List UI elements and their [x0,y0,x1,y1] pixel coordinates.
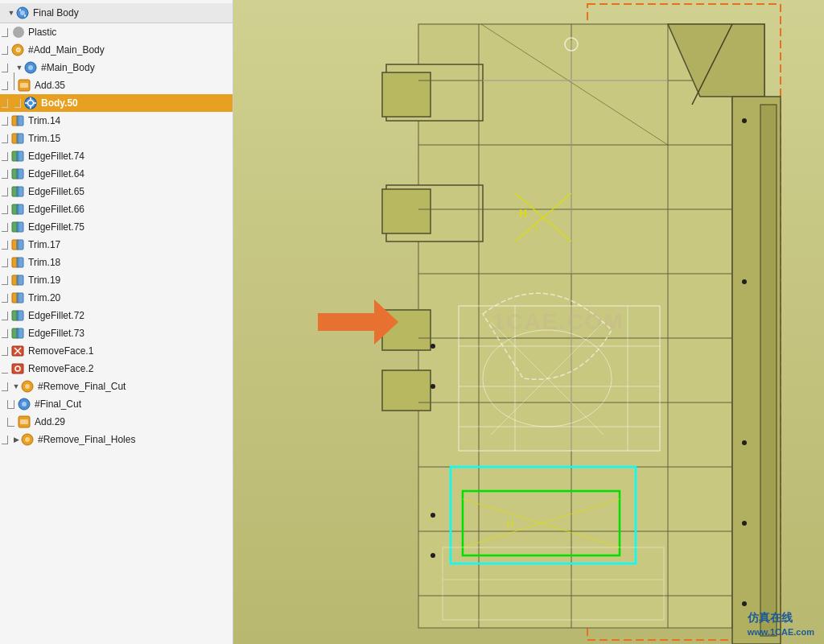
remove-final-cut-icon [21,379,35,394]
plastic-icon [11,25,26,39]
svg-point-109 [742,521,747,526]
final-cut-icon [18,397,32,411]
edgefillet72-label: EdgeFillet.72 [28,310,84,321]
plastic-label: Plastic [28,27,56,38]
edgefillet74-icon [11,149,26,163]
expand-icon[interactable]: ▼ [6,8,16,18]
trim19-label: Trim.19 [28,275,60,286]
svg-rect-29 [17,222,23,232]
svg-point-102 [431,344,435,349]
svg-rect-21 [17,151,23,161]
add29-icon [18,415,32,429]
feature-tree-panel: ▼ Final Body Plastic [0,0,233,644]
svg-rect-39 [17,311,23,320]
edgefillet73-label: EdgeFillet.73 [28,328,84,339]
remove-final-holes-label: #Remove_Final_Holes [38,434,135,445]
tree-item-remove-final-cut[interactable]: ▼ #Remove_Final_Cut [0,378,233,395]
tree-item-edgefillet64[interactable]: EdgeFillet.64 [0,165,233,183]
tree-item-remove-final-holes[interactable]: ▶ #Remove_Final_Holes [0,431,233,448]
svg-rect-81 [760,105,777,636]
svg-rect-27 [17,204,23,214]
add35-icon [18,78,32,93]
svg-text:⚙: ⚙ [14,47,20,54]
tree-item-edgefillet65[interactable]: EdgeFillet.65 [0,183,233,200]
svg-rect-2 [19,9,21,11]
edgefillet64-label: EdgeFillet.64 [28,168,84,180]
tree-item-main-body[interactable]: ▼ #Main_Body [0,59,233,76]
svg-rect-61 [382,189,431,233]
remove-final-holes-expand[interactable]: ▶ [11,435,21,444]
svg-rect-25 [17,187,23,196]
removeface1-label: RemoveFace.1 [28,345,93,357]
tree-item-add-main-body[interactable]: ⚙ #Add_Main_Body [0,41,233,59]
tree-item-edgefillet75[interactable]: EdgeFillet.75 [0,218,233,236]
svg-point-105 [431,553,435,558]
svg-point-50 [22,402,27,407]
remove-final-cut-label: #Remove_Final_Cut [38,381,126,392]
tree-item-removeface2[interactable]: RemoveFace.2 [0,360,233,378]
add29-label: Add.29 [35,416,65,427]
tree-item-plastic[interactable]: Plastic [0,23,233,41]
trim20-label: Trim.20 [28,292,60,303]
trim17-label: Trim.17 [28,239,60,250]
svg-point-54 [25,437,30,442]
trim14-icon [11,114,26,128]
tree-item-trim18[interactable]: Trim.18 [0,254,233,271]
tree-item-edgefillet66[interactable]: EdgeFillet.66 [0,200,233,218]
removeface2-label: RemoveFace.2 [28,363,93,374]
svg-point-106 [742,118,747,123]
tree-item-trim19[interactable]: Trim.19 [0,271,233,289]
tree-item-trim14[interactable]: Trim.14 [0,112,233,130]
trim20-icon [11,291,26,305]
tree-item-trim15[interactable]: Trim.15 [0,130,233,147]
removeface2-icon [11,361,26,376]
main-body-expand[interactable]: ▼ [14,63,24,72]
watermark-brand: 仿真在线 www.1CAE.com [748,611,814,638]
svg-point-108 [742,440,747,445]
tree-item-edgefillet72[interactable]: EdgeFillet.72 [0,307,233,324]
svg-rect-45 [12,364,23,374]
add35-label: Add.35 [35,80,65,91]
tree-root-item[interactable]: ▼ Final Body [0,3,233,23]
svg-rect-31 [17,240,23,250]
tree-item-final-cut[interactable]: #Final_Cut [0,395,233,413]
tree-item-edgefillet74[interactable]: EdgeFillet.74 [0,147,233,165]
edgefillet74-label: EdgeFillet.74 [28,151,84,162]
main-body-label: #Main_Body [41,62,95,73]
direction-arrow [318,302,398,342]
body50-icon [24,96,39,110]
tree-root: ▼ Final Body Plastic [0,0,233,452]
tree-item-add35[interactable]: Add.35 [0,76,233,94]
tree-item-body50[interactable]: Body.50 [0,94,233,112]
svg-point-110 [742,601,747,606]
remove-final-holes-icon [21,432,35,447]
svg-point-1 [20,10,25,15]
remove-final-cut-expand[interactable]: ▼ [11,382,21,391]
svg-text:H: H [507,518,514,530]
edgefillet64-icon [11,167,26,181]
svg-rect-23 [17,169,23,179]
tree-item-trim17[interactable]: Trim.17 [0,236,233,254]
trim15-label: Trim.15 [28,133,60,144]
brand-chinese: 仿真在线 [748,611,793,624]
svg-rect-9 [20,83,28,88]
brand-url: www.1CAE.com [748,627,814,637]
edgefillet75-label: EdgeFillet.75 [28,221,84,233]
svg-point-107 [742,279,747,284]
cad-viewport-panel[interactable]: H I H 1CAE.COM 仿真在线 [233,0,824,644]
svg-rect-63 [382,370,431,411]
edgefillet65-icon [11,184,26,199]
trim17-icon [11,237,26,252]
trim19-icon [11,273,26,287]
tree-item-add29[interactable]: Add.29 [0,413,233,431]
svg-point-103 [431,384,435,389]
trim18-label: Trim.18 [28,257,60,268]
svg-point-104 [431,513,435,518]
svg-rect-17 [17,116,23,126]
edgefillet72-icon [11,308,26,323]
tree-item-edgefillet73[interactable]: EdgeFillet.73 [0,324,233,342]
final-cut-label: #Final_Cut [35,398,81,410]
tree-item-removeface1[interactable]: RemoveFace.1 [0,342,233,360]
tree-item-trim20[interactable]: Trim.20 [0,289,233,307]
edgefillet66-label: EdgeFillet.66 [28,204,84,215]
